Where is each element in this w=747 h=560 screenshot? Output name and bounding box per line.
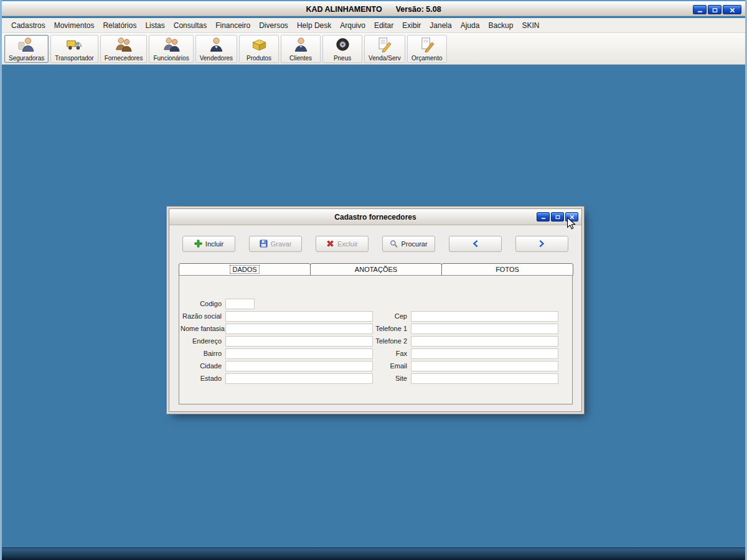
procurar-button[interactable]: Procurar	[382, 236, 435, 252]
dialog-tabs: DADOS ANOTAÇÕES FOTOS	[179, 263, 573, 276]
menu-item-diversos[interactable]: Diversos	[255, 19, 293, 32]
field-label: Email	[366, 362, 411, 370]
field-label: Nome fantasia	[181, 325, 225, 332]
menu-item-financeiro[interactable]: Financeiro	[211, 19, 255, 32]
toolbar-item-clientes[interactable]: Clientes	[281, 35, 321, 63]
nome-fantasia-input[interactable]	[225, 324, 373, 334]
toolbar-item-funcionarios[interactable]: Funcionários	[149, 35, 193, 63]
form-row: Endereço	[181, 335, 373, 347]
form-row: Fax	[366, 347, 558, 360]
button-label: Incluir	[205, 240, 223, 248]
form-row: Email	[366, 360, 558, 372]
field-label: Site	[366, 375, 411, 382]
menu-item-consultas[interactable]: Consultas	[169, 19, 211, 32]
form-row: Estado	[181, 372, 373, 385]
search-icon	[390, 240, 398, 249]
arrow-left-icon	[471, 239, 480, 250]
tab-label: DADOS	[230, 266, 258, 273]
form-row: Cep	[366, 310, 558, 322]
menu-item-exibir[interactable]: Exibir	[398, 19, 425, 32]
telefone2-input[interactable]	[411, 336, 558, 347]
dialog-titlebar: Cadastro fornecedores	[169, 209, 581, 225]
menu-item-relatorios[interactable]: Relatórios	[98, 19, 141, 32]
toolbar-item-seguradoras[interactable]: Seguradoras	[4, 35, 49, 63]
window-bottom-frame	[2, 548, 745, 560]
toolbar-item-label: Vendedores	[200, 55, 233, 62]
field-label: Estado	[181, 375, 225, 382]
plus-icon	[194, 240, 202, 249]
menu-item-skin[interactable]: SKIN	[517, 19, 543, 32]
menu-item-backup[interactable]: Backup	[484, 19, 517, 32]
tab-anotacoes[interactable]: ANOTAÇÕES	[310, 263, 442, 276]
app-window: KAD ALINHAMENTO Versão: 5.08 Cadastros M…	[0, 0, 747, 560]
form-row: Cidade	[181, 360, 373, 372]
incluir-button[interactable]: Incluir	[182, 236, 235, 252]
dialog-maximize-button[interactable]	[551, 212, 564, 222]
app-title: KAD ALINHAMENTO	[306, 5, 382, 14]
employees-people-icon	[163, 36, 180, 54]
titlebar: KAD ALINHAMENTO Versão: 5.08	[2, 0, 745, 16]
toolbar-item-label: Seguradoras	[9, 55, 44, 62]
field-label: Cidade	[181, 362, 225, 370]
menu-item-movimentos[interactable]: Movimentos	[50, 19, 99, 32]
insurance-person-icon	[18, 36, 35, 54]
client-person-icon	[293, 36, 309, 54]
cep-input[interactable]	[411, 311, 558, 322]
window-minimize-button[interactable]	[693, 5, 707, 14]
arrow-right-icon	[537, 239, 547, 250]
menu-item-janela[interactable]: Janela	[425, 19, 456, 32]
toolbar-item-label: Venda/Serv	[369, 55, 401, 62]
form-row: Telefone 1	[366, 322, 558, 335]
tab-fotos[interactable]: FOTOS	[441, 263, 573, 276]
toolbar-item-label: Orçamento	[411, 55, 442, 62]
window-restore-button[interactable]	[708, 5, 721, 14]
dialog-title: Cadastro fornecedores	[334, 213, 416, 222]
codigo-input[interactable]	[225, 299, 255, 309]
menu-item-arquivo[interactable]: Arquivo	[336, 19, 370, 32]
dialog-minimize-button[interactable]	[537, 212, 550, 222]
save-disk-icon	[260, 240, 268, 249]
field-label: Codigo	[181, 300, 225, 307]
form-row: Bairro	[181, 347, 373, 360]
toolbar-item-transportador[interactable]: Transportador	[50, 35, 98, 63]
toolbar-item-produtos[interactable]: Produtos	[239, 35, 279, 63]
suppliers-people-icon	[115, 36, 132, 54]
menu-item-ajuda[interactable]: Ajuda	[456, 19, 484, 32]
menu-item-cadastros[interactable]: Cadastros	[7, 19, 50, 32]
menu-item-editar[interactable]: Editar	[370, 19, 398, 32]
endereco-input[interactable]	[225, 336, 373, 347]
toolbar-item-label: Fornecedores	[105, 55, 143, 62]
estado-input[interactable]	[225, 373, 373, 384]
gravar-button[interactable]: Gravar	[249, 236, 302, 252]
form-left-column: Codigo Razão social Nome fantasia Endere…	[181, 297, 373, 385]
previous-button[interactable]	[449, 236, 502, 252]
budget-doc-icon	[418, 36, 435, 54]
bairro-input[interactable]	[225, 348, 373, 359]
email-input[interactable]	[411, 361, 558, 371]
site-input[interactable]	[411, 373, 558, 384]
razao-social-input[interactable]	[225, 311, 373, 322]
toolbar-item-label: Funcionários	[153, 55, 189, 62]
field-label: Telefone 1	[366, 325, 411, 332]
toolbar-item-fornecedores[interactable]: Fornecedores	[100, 35, 148, 63]
toolbar-item-label: Pneus	[334, 55, 351, 62]
fax-input[interactable]	[411, 348, 558, 359]
menu-item-helpdesk[interactable]: Help Desk	[293, 19, 336, 32]
tab-dados[interactable]: DADOS	[179, 263, 311, 276]
toolbar-item-venda-serv[interactable]: Venda/Serv	[364, 35, 405, 63]
toolbar-item-orcamento[interactable]: Orçamento	[407, 35, 447, 63]
button-label: Excluir	[337, 240, 358, 248]
toolbar-item-vendedores[interactable]: Vendedores	[195, 35, 237, 63]
cidade-input[interactable]	[225, 361, 373, 371]
excluir-button[interactable]: Excluir	[316, 236, 369, 252]
close-icon	[730, 4, 735, 16]
menu-item-listas[interactable]: Listas	[141, 19, 169, 32]
tab-label: FOTOS	[496, 266, 519, 273]
window-close-button[interactable]	[723, 5, 741, 14]
next-button[interactable]	[515, 236, 568, 252]
telefone1-input[interactable]	[411, 324, 558, 334]
form-row: Site	[366, 372, 558, 385]
sale-service-doc-icon	[376, 36, 393, 54]
field-label: Endereço	[181, 337, 225, 345]
toolbar-item-pneus[interactable]: Pneus	[322, 35, 362, 63]
